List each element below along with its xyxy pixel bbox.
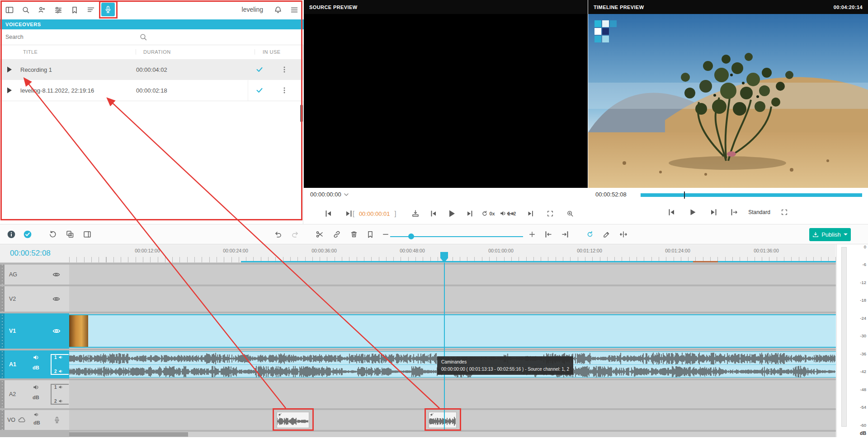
track-vo-content[interactable]	[69, 410, 836, 430]
playhead-line[interactable]	[444, 263, 445, 430]
go-to-playhead-icon[interactable]	[727, 205, 741, 219]
preview-scrub-bar[interactable]	[641, 193, 862, 197]
in-mark-open[interactable]: [	[353, 210, 354, 217]
panel-layout-icon[interactable]	[80, 228, 94, 241]
scrollbar-thumb[interactable]	[69, 432, 188, 437]
notifications-bell-icon[interactable]	[271, 3, 285, 17]
video-clip-caminandes[interactable]	[69, 314, 836, 348]
channel-2-toggle[interactable]: 2	[54, 399, 69, 404]
fullscreen-icon[interactable]	[778, 205, 791, 219]
microphone-icon[interactable]	[101, 3, 115, 16]
zoom-in-plus-icon[interactable]	[525, 228, 539, 241]
track-visibility-eye-icon[interactable]	[52, 271, 60, 279]
track-v2[interactable]: V2	[0, 286, 836, 312]
track-vo[interactable]: VO dB	[0, 410, 836, 430]
play-icon[interactable]	[686, 205, 699, 219]
track-a1-header[interactable]: A1 dB 1 2	[0, 350, 69, 378]
channel-2-toggle[interactable]: 2	[54, 369, 69, 374]
track-visibility-eye-icon[interactable]	[52, 295, 60, 303]
playback-quality[interactable]: Standard	[748, 209, 770, 215]
sliders-icon[interactable]	[52, 3, 65, 17]
menu-icon[interactable]	[288, 3, 301, 17]
overwrite-edit-icon[interactable]	[409, 207, 422, 220]
play-voiceover-icon[interactable]	[3, 84, 16, 97]
track-drag-handle[interactable]	[0, 286, 5, 312]
zoom-in-icon[interactable]	[563, 207, 577, 220]
row-options-kebab-icon[interactable]	[278, 63, 291, 76]
track-volume-speaker-icon[interactable]	[33, 384, 40, 391]
record-mic-icon[interactable]	[53, 416, 61, 424]
track-db-label[interactable]: dB	[33, 395, 39, 400]
next-frame-icon[interactable]	[463, 207, 476, 220]
track-a2-header[interactable]: A2 dB 1 2	[0, 380, 69, 408]
insert-edit-icon[interactable]	[542, 228, 555, 241]
play-icon[interactable]	[445, 207, 458, 220]
voiceover-row[interactable]: leveling-8.11.2022, 22:19:16 00:00:02:18	[0, 80, 303, 101]
track-db-label[interactable]: dB	[33, 420, 40, 425]
in-mark-close[interactable]: ]	[395, 210, 396, 217]
track-drag-handle[interactable]	[0, 380, 5, 408]
voiceover-row[interactable]: Recording 1 00:00:04:02	[0, 59, 303, 80]
track-a1[interactable]: A1 dB 1 2	[0, 350, 836, 378]
undo-icon[interactable]	[271, 228, 285, 241]
previous-frame-icon[interactable]	[427, 207, 440, 220]
go-to-end-icon[interactable]	[707, 205, 720, 219]
row-options-kebab-icon[interactable]	[278, 84, 291, 97]
track-v1-content[interactable]	[69, 313, 836, 349]
source-video-area[interactable]	[304, 14, 588, 188]
track-drag-handle[interactable]	[0, 410, 5, 430]
panels-icon[interactable]	[3, 3, 16, 17]
approve-check-icon[interactable]	[21, 228, 34, 241]
track-a2[interactable]: A2 dB 1 2	[0, 380, 836, 408]
track-a2-content[interactable]	[69, 380, 836, 408]
track-ag-content[interactable]	[69, 265, 836, 284]
search-input[interactable]	[0, 34, 146, 40]
track-v2-header[interactable]: V2	[0, 286, 69, 312]
channel-1-toggle[interactable]: 1	[54, 355, 69, 360]
track-drag-handle[interactable]	[0, 350, 5, 378]
effects-icon[interactable]	[35, 3, 49, 17]
track-vo-header[interactable]: VO dB	[0, 410, 69, 430]
track-volume-speaker-icon[interactable]	[33, 354, 40, 361]
redo-icon[interactable]	[288, 228, 302, 241]
add-layer-icon[interactable]	[63, 228, 77, 241]
link-clips-icon[interactable]	[330, 228, 344, 241]
track-visibility-eye-icon[interactable]	[52, 327, 61, 335]
razor-icon[interactable]	[600, 228, 613, 241]
voiceover-clip-2[interactable]	[429, 412, 457, 428]
go-to-end-icon[interactable]	[524, 207, 537, 220]
go-to-in-icon[interactable]	[322, 207, 335, 220]
zoom-slider-handle[interactable]	[408, 233, 414, 239]
tag-icon[interactable]	[68, 3, 81, 17]
track-drag-handle[interactable]	[0, 313, 5, 349]
trim-mode-icon[interactable]	[617, 228, 630, 241]
channel-1-toggle[interactable]: 1	[54, 385, 69, 390]
search-icon[interactable]	[19, 3, 33, 17]
refresh-icon[interactable]	[46, 228, 60, 241]
play-voiceover-icon[interactable]	[3, 63, 16, 76]
scrub-position-marker[interactable]	[684, 191, 685, 199]
source-timecode-display[interactable]: 00:00:00:00	[310, 191, 349, 198]
publish-button[interactable]: Publish	[809, 228, 851, 241]
timeline-ruler[interactable]: 00:00:52:08 00:00:12:00 00:00:24:00 00:0…	[0, 244, 836, 263]
track-volume-speaker-icon[interactable]	[33, 412, 39, 418]
voiceover-clip-1[interactable]	[277, 412, 309, 428]
fullscreen-icon[interactable]	[543, 207, 557, 220]
track-drag-handle[interactable]	[0, 265, 5, 284]
track-v2-content[interactable]	[69, 286, 836, 312]
fit-width-icon[interactable]	[504, 207, 517, 220]
append-edit-icon[interactable]	[558, 228, 572, 241]
timeline-h-scrollbar[interactable]	[69, 432, 836, 437]
track-db-label[interactable]: dB	[33, 365, 39, 370]
cut-scissors-icon[interactable]	[313, 228, 326, 241]
timeline-video-area[interactable]	[588, 14, 868, 188]
delete-trash-icon[interactable]	[347, 228, 361, 241]
search-field-icon[interactable]	[139, 33, 147, 41]
loop-control[interactable]: 0x	[481, 210, 495, 217]
marker-flag-icon[interactable]	[363, 228, 377, 241]
auto-reframe-icon[interactable]	[583, 228, 597, 241]
sort-list-icon[interactable]	[84, 3, 98, 17]
timeline-zoom-slider[interactable]	[390, 236, 523, 237]
sequence-info-icon[interactable]	[5, 228, 18, 241]
track-v1-header[interactable]: V1	[0, 313, 69, 349]
